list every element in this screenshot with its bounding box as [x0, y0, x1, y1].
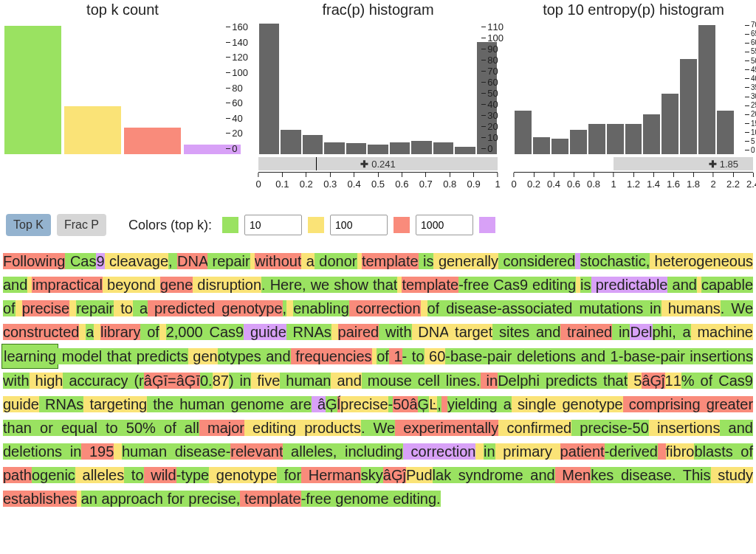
token[interactable]	[244, 324, 250, 340]
token[interactable]: ,	[437, 396, 441, 412]
token[interactable]: Ģ	[650, 373, 662, 389]
token[interactable]: for	[163, 491, 185, 507]
token[interactable]: to	[124, 467, 143, 483]
token[interactable]: machine	[691, 324, 753, 340]
token[interactable]: cell	[412, 373, 440, 389]
token[interactable]: and	[667, 277, 696, 293]
token[interactable]: we	[306, 277, 330, 293]
token[interactable]	[156, 277, 160, 293]
token[interactable]: precise	[340, 396, 388, 412]
token[interactable]: 9	[96, 253, 104, 269]
token[interactable]: alleles	[283, 443, 332, 460]
token[interactable]: equal	[53, 420, 97, 436]
token[interactable]: 0	[200, 373, 208, 389]
token[interactable]: beyond	[103, 277, 156, 293]
token[interactable]: to	[114, 300, 133, 316]
token[interactable]: in	[484, 443, 495, 460]
token[interactable]: .	[476, 373, 481, 389]
token[interactable]: gen	[188, 348, 218, 364]
token[interactable]: template	[362, 253, 419, 269]
token[interactable]: RN	[286, 324, 315, 340]
token[interactable]: pair	[660, 348, 684, 364]
token[interactable]: a	[86, 324, 94, 340]
token[interactable]: sky	[361, 467, 383, 483]
token[interactable]: and	[261, 348, 291, 364]
token[interactable]: of	[733, 443, 753, 460]
token[interactable]: Ģ	[418, 396, 430, 412]
token[interactable]: major	[207, 420, 244, 436]
token[interactable]	[94, 324, 100, 340]
token[interactable]	[16, 300, 22, 316]
token[interactable]: RN	[39, 396, 66, 412]
token[interactable]: for	[277, 467, 301, 483]
token[interactable]: 50	[633, 420, 649, 436]
token[interactable]: and	[3, 277, 27, 293]
token[interactable]	[560, 324, 567, 340]
token[interactable]	[301, 467, 309, 483]
token[interactable]: gene	[160, 277, 193, 293]
token[interactable]: sites	[492, 324, 529, 340]
token[interactable]: a	[498, 396, 512, 412]
token[interactable]: deletions	[3, 443, 62, 460]
token[interactable]: disease	[439, 300, 497, 316]
token[interactable]: â	[642, 373, 650, 389]
token[interactable]: human	[122, 443, 167, 460]
token[interactable]: an	[81, 491, 97, 507]
token[interactable]: template	[402, 277, 458, 293]
token[interactable]: derived	[609, 443, 658, 460]
token[interactable]: deletions	[512, 348, 576, 364]
token[interactable]: of	[427, 300, 440, 316]
token[interactable]: 9	[236, 324, 244, 340]
token[interactable]: %	[142, 420, 156, 436]
token[interactable]: 000	[178, 324, 202, 340]
token[interactable]: editing	[528, 277, 576, 293]
token[interactable]	[403, 443, 411, 460]
token[interactable]	[575, 253, 580, 269]
token[interactable]	[286, 300, 293, 316]
token[interactable]	[555, 467, 563, 483]
threshold-input-2[interactable]	[330, 215, 388, 235]
token[interactable]: experimentally	[403, 420, 498, 436]
token[interactable]	[591, 277, 596, 293]
token[interactable]: Ŀ	[429, 396, 437, 412]
token[interactable]: Men	[562, 467, 591, 483]
token[interactable]: path	[3, 467, 32, 483]
token[interactable]: â	[144, 373, 152, 389]
token[interactable]: human	[280, 373, 331, 389]
token[interactable]: â	[317, 396, 326, 412]
token[interactable]: .	[436, 491, 441, 507]
token[interactable]: correction	[356, 300, 421, 316]
token[interactable]: free	[464, 277, 489, 293]
token[interactable]: insertions	[685, 348, 753, 364]
token[interactable]: We	[365, 420, 395, 436]
token[interactable]: DNA	[412, 324, 449, 340]
token[interactable]: ĵ	[662, 373, 664, 389]
token[interactable]: Following	[3, 253, 65, 269]
token[interactable]: base	[450, 348, 482, 364]
token[interactable]	[148, 300, 154, 316]
token[interactable]: 87	[213, 373, 229, 389]
token[interactable]: a	[301, 253, 315, 269]
token[interactable]: precise	[571, 420, 628, 436]
token[interactable]: and	[331, 373, 361, 389]
token[interactable]: enabling	[293, 300, 349, 316]
token[interactable]: Cas	[489, 277, 520, 293]
token[interactable]: trained	[567, 324, 612, 340]
token[interactable]: )	[229, 373, 234, 389]
token[interactable]: 195	[89, 443, 114, 460]
token[interactable]: five	[251, 373, 280, 389]
token[interactable]: or	[32, 420, 53, 436]
token[interactable]	[69, 300, 76, 316]
token[interactable]: and	[523, 467, 555, 483]
token[interactable]: Del	[498, 373, 520, 389]
token[interactable]: primary	[495, 443, 552, 460]
token[interactable]	[421, 300, 427, 316]
token[interactable]: 2	[166, 324, 174, 340]
token[interactable]: predicts	[540, 373, 597, 389]
token[interactable]: and	[529, 324, 560, 340]
token[interactable]: predicted	[154, 300, 215, 316]
token[interactable]: editing	[244, 420, 296, 436]
token[interactable]: =	[168, 373, 176, 389]
top-k-button[interactable]: Top K	[6, 214, 51, 236]
token[interactable]: relevant	[230, 443, 283, 460]
